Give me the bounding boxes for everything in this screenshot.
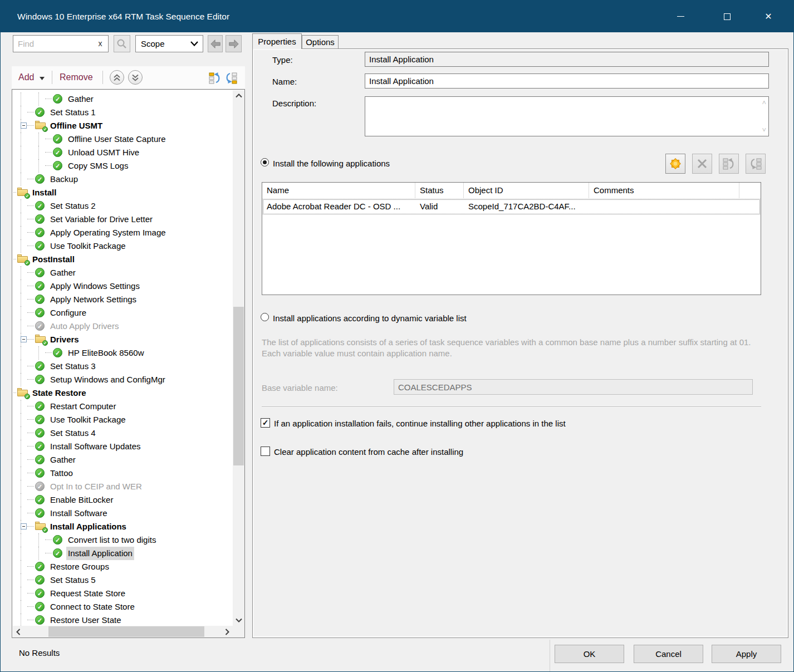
type-field: Install Application (365, 52, 769, 67)
tree-item[interactable]: ✓Set Status 5 (13, 573, 233, 587)
tree-item[interactable]: ✓Setup Windows and ConfigMgr (13, 373, 233, 386)
find-previous-button[interactable] (208, 35, 223, 52)
tree-item[interactable]: ✓HP EliteBook 8560w (13, 346, 233, 360)
add-button[interactable]: Add (18, 66, 45, 89)
tree-item[interactable]: ✓Restore Groups (13, 560, 233, 573)
expander-collapse-icon[interactable] (21, 336, 27, 342)
expander-collapse-icon[interactable] (21, 523, 27, 529)
tree-item[interactable]: ✓Connect to State Store (13, 600, 233, 614)
tree-item[interactable]: ✓Enable BitLocker (13, 493, 233, 507)
tree-item[interactable]: ✓Gather (13, 453, 233, 467)
column-header[interactable]: Name (262, 183, 415, 198)
application-cell: Adobe Acrobat Reader DC - OSD ... (262, 199, 415, 215)
tree-item[interactable]: ✓Install Application (13, 547, 233, 560)
scroll-left-arrow[interactable] (13, 626, 24, 637)
expander-collapse-icon[interactable] (21, 122, 27, 129)
tree-item[interactable]: ✓Restore User State (13, 614, 233, 626)
horizontal-scrollbar-thumb[interactable] (48, 626, 204, 637)
tree-item[interactable]: ✓Tattoo (13, 467, 233, 480)
find-clear-button[interactable]: x (94, 35, 106, 52)
tree-guide-line (21, 373, 21, 386)
tree-vertical-scrollbar[interactable] (233, 90, 244, 626)
column-header[interactable]: Status (415, 183, 464, 198)
tree-item[interactable]: ✓Backup (13, 173, 233, 186)
move-application-up-button[interactable] (719, 154, 739, 174)
scroll-up-arrow[interactable] (233, 90, 244, 101)
name-label: Name: (272, 77, 297, 86)
tree-item[interactable]: ✓Apply Windows Settings (13, 279, 233, 293)
minimize-button[interactable] (668, 1, 693, 32)
cancel-button[interactable]: Cancel (634, 645, 703, 663)
folder-icon: ✓ (17, 389, 28, 398)
tree-item[interactable]: ✓Copy SMS Logs (13, 159, 233, 173)
search-button[interactable] (114, 35, 130, 52)
tree-item[interactable]: ✓Set Status 4 (13, 426, 233, 440)
scope-dropdown[interactable]: Scope (135, 35, 203, 52)
scroll-right-arrow[interactable] (222, 626, 233, 637)
tree-item[interactable]: ✓Set Variable for Drive Letter (13, 213, 233, 226)
tree-item[interactable]: ✓Install (13, 186, 233, 199)
expand-all-button[interactable] (128, 70, 143, 85)
tree-item[interactable]: ✓Apply Operating System Image (13, 226, 233, 239)
tree-item[interactable]: ✓Install Software (13, 507, 233, 520)
tree-item[interactable]: ✓Set Status 1 (13, 106, 233, 119)
tree-item[interactable]: ✓Configure (13, 306, 233, 320)
vertical-scrollbar-thumb[interactable] (233, 307, 244, 465)
tree-item[interactable]: ✓Apply Network Settings (13, 293, 233, 306)
new-application-button[interactable] (665, 154, 685, 174)
delete-application-button[interactable] (692, 154, 712, 174)
tree-item[interactable]: ✓Use Toolkit Package (13, 239, 233, 253)
continue-on-fail-checkbox[interactable]: ✓ (261, 418, 270, 428)
find-next-button[interactable] (226, 35, 242, 52)
tree-item-label: Set Status 3 (48, 360, 97, 373)
remove-button[interactable]: Remove (60, 66, 93, 89)
arrow-right-icon (228, 39, 239, 49)
tab-options[interactable]: Options (302, 35, 339, 49)
toolbar-separator (52, 71, 52, 84)
clear-cache-checkbox[interactable]: ✓ (261, 447, 270, 456)
tree-guide-line (27, 379, 34, 380)
scroll-down-icon[interactable]: ˅ (762, 126, 766, 134)
tree-item[interactable]: ✓Auto Apply Drivers (13, 320, 233, 333)
tree-item[interactable]: ✓Gather (13, 266, 233, 279)
scroll-up-icon[interactable]: ˄ (762, 99, 766, 107)
tree-item[interactable]: ✓Unload USMT Hive (13, 146, 233, 159)
close-button[interactable]: ✕ (756, 1, 781, 32)
tree-item[interactable]: ✓Drivers (13, 333, 233, 346)
tree-item[interactable]: ✓Offline User State Capture (13, 133, 233, 146)
tree-item[interactable]: ✓Gather (13, 92, 233, 106)
apply-button[interactable]: Apply (712, 645, 781, 663)
tree-guide-line (21, 547, 21, 560)
tree-item[interactable]: ✓Use Toolkit Package (13, 413, 233, 426)
tab-properties[interactable]: Properties (252, 33, 302, 49)
radio-install-following[interactable] (261, 158, 269, 166)
tree-item[interactable]: ✓PostInstall (13, 253, 233, 266)
column-header[interactable]: Object ID (464, 183, 589, 198)
collapse-all-button[interactable] (110, 70, 124, 85)
tree-horizontal-scrollbar[interactable] (13, 626, 233, 637)
tree-item[interactable]: ✓Request State Store (13, 587, 233, 600)
name-field[interactable]: Install Application (365, 73, 769, 89)
application-row[interactable]: Adobe Acrobat Reader DC - OSD ...ValidSc… (262, 199, 761, 215)
scroll-down-arrow[interactable] (233, 615, 244, 626)
move-down-button[interactable] (224, 71, 238, 85)
maximize-button[interactable] (714, 1, 740, 32)
tree-item[interactable]: ✓Convert list to two digits (13, 533, 233, 547)
move-up-button[interactable] (208, 71, 222, 85)
description-field[interactable]: ˄ ˅ (365, 96, 769, 136)
tree-item[interactable]: ✓Install Software Updates (13, 440, 233, 453)
tree-item[interactable]: ✓Install Applications (13, 520, 233, 533)
move-application-down-button[interactable] (746, 154, 766, 174)
tree-item[interactable]: ✓Restart Computer (13, 400, 233, 413)
tree-guide-line (27, 459, 34, 460)
tree-item[interactable]: ✓Offline USMT (13, 119, 233, 133)
tree-item[interactable]: ✓Set Status 3 (13, 360, 233, 373)
radio-install-dynamic[interactable] (261, 313, 269, 321)
tree-guide-line (21, 293, 21, 306)
ok-button[interactable]: OK (555, 645, 624, 663)
tree-item[interactable]: ✓Opt In to CEIP and WER (13, 480, 233, 493)
column-header[interactable]: Comments (589, 183, 739, 198)
tree-item[interactable]: ✓Set Status 2 (13, 199, 233, 213)
tree-item[interactable]: ✓State Restore (13, 386, 233, 400)
task-sequence-editor-window: Windows 10 Enterprise x64 RTM Task Seque… (0, 0, 794, 672)
